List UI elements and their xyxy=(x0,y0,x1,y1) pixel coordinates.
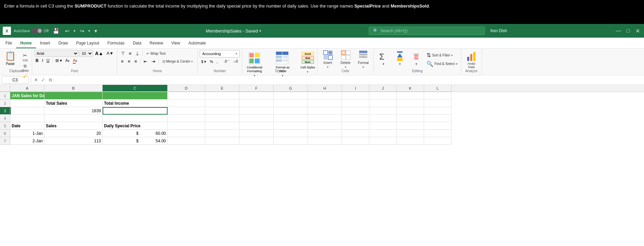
tab-review[interactable]: Review xyxy=(145,39,167,48)
bold-button[interactable]: B xyxy=(34,57,40,64)
cell-d6[interactable] xyxy=(168,130,205,137)
tab-data[interactable]: Data xyxy=(129,39,145,48)
cell-c3[interactable] xyxy=(103,107,168,115)
col-header-a[interactable]: A xyxy=(10,85,44,92)
cell-i6[interactable] xyxy=(342,130,369,137)
cell-c7[interactable]: $ 54.00 xyxy=(103,137,168,145)
cell-b2[interactable]: Total Sales xyxy=(44,100,103,107)
cell-l6[interactable] xyxy=(424,130,451,137)
cell-l3[interactable] xyxy=(424,107,451,115)
cell-b6[interactable]: 20 xyxy=(44,130,103,137)
col-header-i[interactable]: I xyxy=(342,85,369,92)
cell-j1[interactable] xyxy=(369,92,397,100)
cell-h5[interactable] xyxy=(308,122,342,130)
search-input[interactable] xyxy=(380,28,481,33)
cell-f3[interactable] xyxy=(239,107,274,115)
col-header-j[interactable]: J xyxy=(369,85,397,92)
tab-draw[interactable]: Draw xyxy=(54,39,72,48)
font-size-select[interactable]: 10 xyxy=(79,50,93,57)
underline-button[interactable]: U xyxy=(45,57,51,64)
cell-g3[interactable] xyxy=(274,107,308,115)
cell-d1[interactable] xyxy=(168,92,205,100)
cell-l5[interactable] xyxy=(424,122,451,130)
cell-f2[interactable] xyxy=(239,100,274,107)
tab-home[interactable]: Home xyxy=(16,39,36,48)
cell-j4[interactable] xyxy=(369,115,397,122)
cell-i3[interactable] xyxy=(342,107,369,115)
cell-g4[interactable] xyxy=(274,115,308,122)
paste-button[interactable]: 📋 Paste xyxy=(3,50,17,66)
cell-g5[interactable] xyxy=(274,122,308,130)
cell-k3[interactable] xyxy=(397,107,424,115)
row-num-5[interactable]: 5 xyxy=(0,122,10,130)
sum-button[interactable]: Σ ▾ xyxy=(376,50,391,66)
tab-page-layout[interactable]: Page Layout xyxy=(72,39,103,48)
cut-button[interactable]: ✂ Cut xyxy=(21,52,30,63)
cell-a6[interactable]: 1-Jan xyxy=(10,130,44,137)
cell-h2[interactable] xyxy=(308,100,342,107)
increase-indent-button[interactable]: ⇥ xyxy=(150,58,157,65)
cell-l7[interactable] xyxy=(424,137,451,145)
cell-l2[interactable] xyxy=(424,100,451,107)
cell-c2[interactable]: Total Income xyxy=(103,100,168,107)
cell-j2[interactable] xyxy=(369,100,397,107)
row-num-2[interactable]: 2 xyxy=(0,100,10,107)
increase-decimal-button[interactable]: .0 → xyxy=(223,58,231,65)
cell-h3[interactable] xyxy=(308,107,342,115)
cell-g6[interactable] xyxy=(274,130,308,137)
analyze-data-button[interactable]: AnalyData xyxy=(464,50,479,70)
cell-f7[interactable] xyxy=(239,137,274,145)
autosave-toggle[interactable] xyxy=(31,28,42,34)
search-bar[interactable]: 🔍 xyxy=(369,27,485,35)
cell-c5[interactable]: Daily Special Price xyxy=(103,122,168,130)
close-button[interactable]: ✕ xyxy=(634,27,641,35)
cell-d5[interactable] xyxy=(168,122,205,130)
font-shrink-button[interactable]: A▼ xyxy=(105,50,115,56)
row-num-3[interactable]: 3 xyxy=(0,107,10,115)
col-header-d[interactable]: D xyxy=(168,85,205,92)
cell-j3[interactable] xyxy=(369,107,397,115)
cell-h4[interactable] xyxy=(308,115,342,122)
col-header-c[interactable]: C xyxy=(103,85,168,92)
cell-e1[interactable] xyxy=(205,92,239,100)
cell-i4[interactable] xyxy=(342,115,369,122)
cell-g7[interactable] xyxy=(274,137,308,145)
font-color-button[interactable]: A▾ xyxy=(71,57,78,64)
undo-button[interactable]: ↩ xyxy=(64,27,71,35)
cell-a3[interactable] xyxy=(10,107,44,115)
redo-button[interactable]: ↪ xyxy=(78,27,86,35)
cell-f1[interactable] xyxy=(239,92,274,100)
fill-color-button[interactable]: A▾ xyxy=(64,57,71,64)
minimize-button[interactable]: — xyxy=(614,27,622,35)
col-header-f[interactable]: F xyxy=(239,85,274,92)
cell-a2[interactable] xyxy=(10,100,44,107)
borders-button[interactable]: ⊞ ▾ xyxy=(54,57,63,64)
insert-button[interactable]: + Insert ▾ xyxy=(319,49,336,69)
comma-button[interactable]: , xyxy=(215,59,219,64)
cell-h6[interactable] xyxy=(308,130,342,137)
cell-d7[interactable] xyxy=(168,137,205,145)
row-num-4[interactable]: 4 xyxy=(0,115,10,122)
cell-d2[interactable] xyxy=(168,100,205,107)
sort-filter-button[interactable]: ⇅ Sort & Filter ▾ xyxy=(425,51,459,59)
fill-button[interactable]: ▾ xyxy=(392,50,407,66)
cancel-formula-button[interactable]: ✕ xyxy=(33,77,39,82)
cell-l1[interactable] xyxy=(424,92,451,100)
delete-button[interactable]: - Delete ▾ xyxy=(337,49,354,69)
merge-center-button[interactable]: ⊡ Merge & Center ▾ xyxy=(160,58,196,65)
cell-a5[interactable]: Date xyxy=(10,122,44,130)
format-painter-button[interactable]: 🖌 xyxy=(21,73,30,79)
align-center-button[interactable]: ≡ xyxy=(126,58,132,65)
cell-i5[interactable] xyxy=(342,122,369,130)
cell-g2[interactable] xyxy=(274,100,308,107)
col-header-g[interactable]: G xyxy=(274,85,308,92)
confirm-formula-button[interactable]: ✓ xyxy=(40,77,46,82)
cell-k1[interactable] xyxy=(397,92,424,100)
tab-insert[interactable]: Insert xyxy=(36,39,54,48)
cell-e3[interactable] xyxy=(205,107,239,115)
row-num-7[interactable]: 7 xyxy=(0,137,10,145)
formula-input[interactable] xyxy=(55,78,643,82)
col-header-k[interactable]: K xyxy=(397,85,424,92)
cell-b1[interactable] xyxy=(44,92,103,100)
number-format-dropdown[interactable]: Accounting ▾ xyxy=(200,50,240,57)
